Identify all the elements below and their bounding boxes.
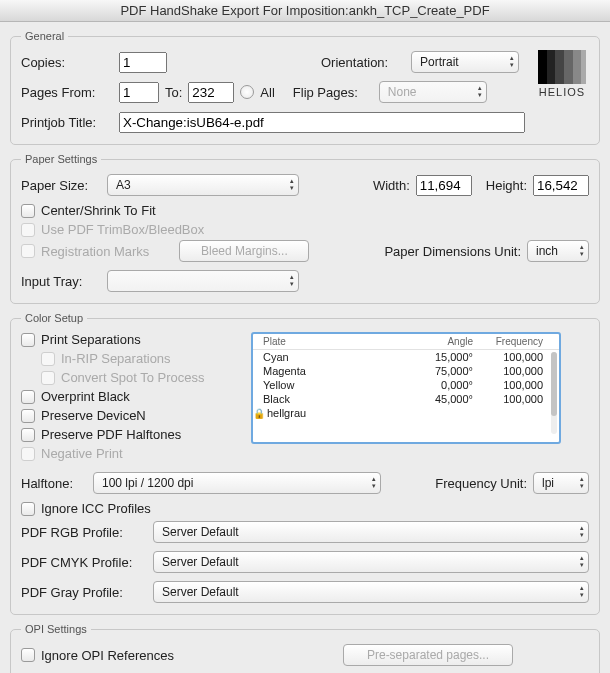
- plate-angle: 45,000°: [413, 393, 483, 405]
- paper-size-label: Paper Size:: [21, 178, 101, 193]
- trimbox-checkbox: [21, 223, 35, 237]
- flip-label: Flip Pages:: [293, 85, 373, 100]
- input-tray-label: Input Tray:: [21, 274, 101, 289]
- table-row[interactable]: Yellow0,000°100,000: [253, 378, 559, 392]
- plate-freq: 100,000: [483, 393, 543, 405]
- rgb-profile-value: Server Default: [162, 525, 239, 539]
- updown-icon: ▴▾: [478, 84, 482, 98]
- table-row[interactable]: Black45,000°100,000: [253, 392, 559, 406]
- freq-header: Frequency: [483, 336, 543, 347]
- updown-icon: ▴▾: [290, 273, 294, 287]
- flip-select[interactable]: None ▴▾: [379, 81, 487, 103]
- ignore-icc-label: Ignore ICC Profiles: [41, 501, 151, 516]
- updown-icon: ▴▾: [290, 177, 294, 191]
- plate-freq: 100,000: [483, 365, 543, 377]
- halftone-value: 100 lpi / 1200 dpi: [102, 476, 193, 490]
- paper-size-select[interactable]: A3 ▴▾: [107, 174, 299, 196]
- rgb-profile-label: PDF RGB Profile:: [21, 525, 147, 540]
- height-label: Height:: [486, 178, 527, 193]
- color-group: Color Setup Print Separations In-RIP Sep…: [10, 312, 600, 615]
- plate-freq: 100,000: [483, 351, 543, 363]
- ignore-opi-label: Ignore OPI References: [41, 648, 174, 663]
- updown-icon: ▴▾: [580, 475, 584, 489]
- frequnit-value: lpi: [542, 476, 554, 490]
- angle-header: Angle: [413, 336, 483, 347]
- general-legend: General: [21, 30, 68, 42]
- plate-header: Plate: [263, 336, 413, 347]
- all-pages-radio[interactable]: [240, 85, 254, 99]
- print-sep-label: Print Separations: [41, 332, 141, 347]
- negative-checkbox: [21, 447, 35, 461]
- dimunit-label: Paper Dimensions Unit:: [384, 244, 521, 259]
- opi-legend: OPI Settings: [21, 623, 91, 635]
- gray-profile-label: PDF Gray Profile:: [21, 585, 147, 600]
- center-shrink-checkbox[interactable]: [21, 204, 35, 218]
- height-input[interactable]: [533, 175, 589, 196]
- overprint-label: Overprint Black: [41, 389, 130, 404]
- devicen-checkbox[interactable]: [21, 409, 35, 423]
- dimunit-select[interactable]: inch ▴▾: [527, 240, 589, 262]
- plate-angle: 0,000°: [413, 379, 483, 391]
- in-rip-label: In-RIP Separations: [61, 351, 171, 366]
- plate-name: Yellow: [263, 379, 413, 391]
- all-pages-label: All: [260, 85, 274, 100]
- plate-name: hellgrau: [267, 407, 306, 419]
- paper-legend: Paper Settings: [21, 153, 101, 165]
- opi-group: OPI Settings Ignore OPI References Pre-s…: [10, 623, 600, 673]
- plate-name: Black: [263, 393, 413, 405]
- updown-icon: ▴▾: [510, 54, 514, 68]
- negative-label: Negative Print: [41, 446, 123, 461]
- scrollbar-thumb[interactable]: [551, 352, 557, 416]
- cmyk-profile-select[interactable]: Server Default ▴▾: [153, 551, 589, 573]
- flip-value: None: [388, 85, 417, 99]
- convert-spot-label: Convert Spot To Process: [61, 370, 205, 385]
- regmarks-label: Registration Marks: [41, 244, 149, 259]
- plate-angle: 15,000°: [413, 351, 483, 363]
- pages-from-input[interactable]: [119, 82, 159, 103]
- halftones-label: Preserve PDF Halftones: [41, 427, 181, 442]
- frequnit-select[interactable]: lpi ▴▾: [533, 472, 589, 494]
- copies-input[interactable]: [119, 52, 167, 73]
- convert-spot-checkbox: [41, 371, 55, 385]
- overprint-checkbox[interactable]: [21, 390, 35, 404]
- updown-icon: ▴▾: [580, 554, 584, 568]
- trimbox-label: Use PDF TrimBox/BleedBox: [41, 222, 204, 237]
- gray-profile-select[interactable]: Server Default ▴▾: [153, 581, 589, 603]
- updown-icon: ▴▾: [580, 243, 584, 257]
- orientation-value: Portrait: [420, 55, 459, 69]
- center-shrink-label: Center/Shrink To Fit: [41, 203, 156, 218]
- input-tray-select[interactable]: ▴▾: [107, 270, 299, 292]
- to-label: To:: [165, 85, 182, 100]
- ignore-icc-checkbox[interactable]: [21, 502, 35, 516]
- halftone-select[interactable]: 100 lpi / 1200 dpi ▴▾: [93, 472, 381, 494]
- window-body: HELIOS General Copies: Orientation: Port…: [0, 22, 610, 673]
- table-row[interactable]: Magenta75,000°100,000: [253, 364, 559, 378]
- print-sep-checkbox[interactable]: [21, 333, 35, 347]
- copies-label: Copies:: [21, 55, 113, 70]
- plate-table[interactable]: Plate Angle Frequency Cyan15,000°100,000…: [251, 332, 561, 444]
- window-title: PDF HandShake Export For Imposition:ankh…: [0, 0, 610, 22]
- gray-profile-value: Server Default: [162, 585, 239, 599]
- table-row[interactable]: Cyan15,000°100,000: [253, 350, 559, 364]
- plate-freq: [483, 407, 543, 419]
- updown-icon: ▴▾: [580, 524, 584, 538]
- plate-angle: [413, 407, 483, 419]
- regmarks-checkbox: [21, 244, 35, 258]
- width-input[interactable]: [416, 175, 472, 196]
- halftones-checkbox[interactable]: [21, 428, 35, 442]
- preseparated-button: Pre-separated pages...: [343, 644, 513, 666]
- pages-to-input[interactable]: [188, 82, 234, 103]
- plate-angle: 75,000°: [413, 365, 483, 377]
- plate-name: Magenta: [263, 365, 413, 377]
- color-legend: Color Setup: [21, 312, 87, 324]
- rgb-profile-select[interactable]: Server Default ▴▾: [153, 521, 589, 543]
- devicen-label: Preserve DeviceN: [41, 408, 146, 423]
- ignore-opi-checkbox[interactable]: [21, 648, 35, 662]
- printjob-input[interactable]: [119, 112, 525, 133]
- plate-freq: 100,000: [483, 379, 543, 391]
- bleed-margins-button: Bleed Margins...: [179, 240, 309, 262]
- table-row[interactable]: 🔒hellgrau: [253, 406, 559, 420]
- orientation-select[interactable]: Portrait ▴▾: [411, 51, 519, 73]
- updown-icon: ▴▾: [580, 584, 584, 598]
- printjob-label: Printjob Title:: [21, 115, 113, 130]
